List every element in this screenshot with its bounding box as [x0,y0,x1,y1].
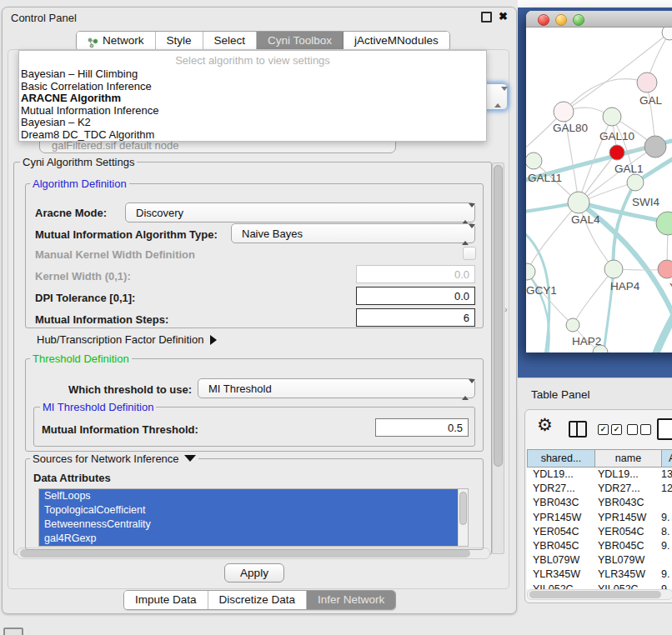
hub-section-toggle[interactable]: Hub/Transcription Factor Definition [37,333,217,346]
network-graph: GAL GAL80 GAL10 GAL1 GAL11 SWI4 GAL4 GCY… [526,28,672,352]
network-node[interactable] [603,108,621,126]
kernel-width-label: Kernel Width (0,1): [35,270,131,282]
algorithm-option[interactable]: Bayesian – Hill Climbing [19,68,486,81]
zoom-window-button[interactable] [573,14,584,26]
close-panel-icon[interactable]: ✖ [499,11,508,22]
algorithm-option-selected[interactable]: ARACNE Algorithm [19,92,486,105]
attributes-scrollbar[interactable] [458,489,468,546]
apply-button[interactable]: Apply [224,563,284,582]
node-label: GAL80 [553,122,588,134]
mi-type-combobox[interactable]: Naive Bayes [231,223,475,243]
tab-infer-network-label: Infer Network [318,591,384,609]
attribute-item[interactable]: gal4RGexp [39,532,468,546]
mi-type-label: Mutual Information Algorithm Type: [35,228,218,241]
float-panel-icon[interactable] [481,12,492,22]
cell: YBR045C [527,539,593,553]
table-horizontal-scrollbar[interactable] [527,589,672,600]
sources-group-toggle[interactable]: Sources for Network Inference [30,452,198,465]
algorithm-option[interactable]: Bayesian – K2 [19,117,486,129]
cell: 12 [658,482,672,496]
mi-threshold-field[interactable] [375,418,469,437]
table-row[interactable]: YBR043CYBR043C [527,496,672,510]
table-row[interactable]: YPR145WYPR145W9. [527,511,672,525]
network-canvas[interactable]: GAL GAL80 GAL10 GAL1 GAL11 SWI4 GAL4 GCY… [526,28,672,352]
network-node[interactable] [568,192,589,213]
minimize-window-button[interactable] [555,14,567,26]
cell: YDL19... [593,468,658,482]
tab-discretize-data[interactable]: Discretize Data [208,591,308,609]
network-node[interactable] [526,263,535,280]
network-node[interactable] [566,318,579,332]
attribute-item[interactable]: TopologicalCoefficient [39,503,468,518]
manual-kernel-checkbox[interactable] [463,247,476,260]
kernel-width-field[interactable] [356,265,475,283]
node-label: SWI4 [632,196,659,208]
cell: YBR043C [527,496,593,510]
tab-infer-network[interactable]: Infer Network [307,591,395,609]
close-window-button[interactable] [538,14,549,26]
mi-steps-field[interactable] [356,308,475,327]
attribute-item[interactable]: SelfLoops [39,489,468,503]
split-columns-icon[interactable] [569,421,587,438]
network-node[interactable] [604,260,623,278]
network-node[interactable] [526,152,542,169]
table-row[interactable]: YLR345WYLR345W9. [527,568,672,582]
dpi-tolerance-field[interactable] [356,287,475,305]
data-attributes-label: Data Attributes [33,472,111,484]
algorithm-option[interactable]: Basic Correlation Inference [19,81,486,93]
attribute-item[interactable]: BetweennessCentrality [39,518,468,532]
which-threshold-value: MI Threshold [208,382,272,395]
network-node-red[interactable] [609,145,624,160]
table-header-row: shared... name A [527,449,672,468]
collapse-arrow-icon [184,455,196,462]
cyni-toolbox-panel: galFiltered.sif default node Select algo… [8,49,509,589]
table-row[interactable]: YDL19...YDL19...13 [527,468,672,482]
column-header-name[interactable]: name [594,449,661,468]
cell: 9. [658,539,672,553]
gear-icon[interactable]: ⚙ [537,415,553,435]
expand-arrow-icon [210,335,217,345]
network-node-salmon[interactable] [658,260,672,278]
table-row[interactable]: YDR27...YDR27...12 [527,482,672,496]
table-row[interactable]: YBR045CYBR045C9. [527,539,672,553]
network-node[interactable] [656,212,672,235]
algorithm-option[interactable]: Mutual Information Inference [19,105,486,118]
table-row[interactable]: YER054CYER054C8. [527,525,672,539]
tab-select-label: Select [214,32,246,50]
cell [658,496,672,510]
aracne-mode-value: Discovery [136,207,183,219]
network-node-gray[interactable] [644,136,666,158]
manual-kernel-label: Manual Kernel Width Definition [35,248,195,261]
splitter-arrow-icon[interactable]: › [504,304,508,314]
table-row[interactable]: YIL052CYIL052C9. [527,582,672,590]
tab-impute-data[interactable]: Impute Data [124,591,208,609]
settings-vertical-scrollbar[interactable] [492,162,504,554]
tab-discretize-data-label: Discretize Data [219,591,296,609]
algorithm-option[interactable]: Dream8 DC_TDC Algorithm [19,129,486,142]
select-all-columns-icon[interactable]: ✓ ✓ [598,424,622,435]
tab-impute-data-label: Impute Data [135,591,197,609]
table-panel-title: Table Panel [531,388,590,401]
control-panel-tabbar: Network Style Select Cyni Toolbox jActiv… [76,31,450,51]
column-header-partial[interactable]: A [661,449,672,468]
network-view-window: GAL GAL80 GAL10 GAL1 GAL11 SWI4 GAL4 GCY… [526,11,672,352]
network-window-titlebar[interactable] [526,11,672,28]
tab-style[interactable]: Style [156,32,203,50]
cell: YBL079W [527,553,593,568]
table-row[interactable]: YBL079WYBL079W [527,553,672,568]
unselect-all-columns-icon[interactable] [627,424,651,435]
minimized-panel-icon[interactable] [3,628,23,635]
network-node[interactable] [554,102,574,122]
tab-jactivemnodules[interactable]: jActiveMNodules [344,32,449,50]
document-icon[interactable] [657,418,672,440]
aracne-mode-combobox[interactable]: Discovery [125,202,475,222]
which-threshold-combobox[interactable]: MI Threshold [198,378,475,398]
cell: YLR345W [527,568,593,582]
tab-network[interactable]: Network [77,32,156,50]
column-header-shared-name[interactable]: shared... [527,449,594,468]
network-node[interactable] [637,72,657,92]
network-node[interactable] [662,28,672,40]
tab-select[interactable]: Select [203,32,258,50]
tab-cyni-toolbox[interactable]: Cyni Toolbox [257,32,344,50]
network-node[interactable] [627,174,644,191]
